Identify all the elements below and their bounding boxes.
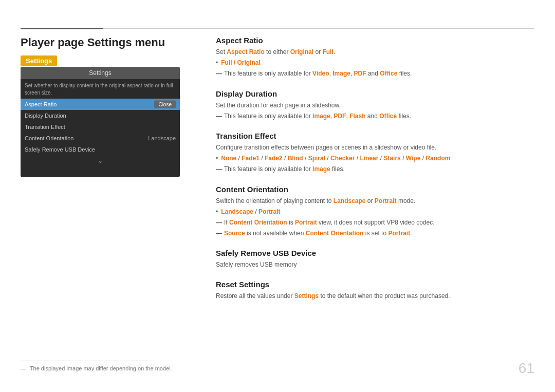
dialog-chevron: ⌄ xyxy=(21,155,180,166)
dialog-menu-item-content-orientation[interactable]: Content Orientation Landscape xyxy=(21,133,180,144)
settings-badge: Settings xyxy=(21,55,57,66)
section-content-orientation: Content Orientation Switch the orientati… xyxy=(216,185,534,239)
section-title-display-duration: Display Duration xyxy=(216,89,534,98)
section-body-aspect-ratio: Set Aspect Ratio to either Original or F… xyxy=(216,47,534,79)
settings-dialog: Settings Set whether to display content … xyxy=(21,67,180,177)
close-button[interactable]: Close xyxy=(154,101,176,108)
section-display-duration: Display Duration Set the duration for ea… xyxy=(216,89,534,121)
menu-item-label: Safely Remove USB Device xyxy=(25,146,95,153)
menu-item-value: Landscape xyxy=(148,135,176,141)
page-number: 61 xyxy=(519,360,534,377)
section-body-transition-effect: Configure transition effects between pag… xyxy=(216,143,534,175)
bullet-orientation-options: • Landscape / Portrait xyxy=(216,207,534,217)
right-panel: Aspect Ratio Set Aspect Ratio to either … xyxy=(216,36,534,312)
bullet-full-original: • Full / Original xyxy=(216,58,534,68)
menu-item-label: Content Orientation xyxy=(25,135,73,141)
section-body-safely-remove-usb: Safely removes USB memory xyxy=(216,260,534,270)
section-title-reset-settings: Reset Settings xyxy=(216,280,534,289)
section-body-reset-settings: Restore all the values under Settings to… xyxy=(216,291,534,301)
bottom-note: — The displayed image may differ dependi… xyxy=(21,365,172,371)
note-content-orientation-2: — Source is not available when Content O… xyxy=(216,229,534,238)
menu-item-label: Display Duration xyxy=(25,113,66,119)
dialog-menu-item-display-duration[interactable]: Display Duration xyxy=(21,110,180,121)
menu-item-label: Aspect Ratio xyxy=(25,101,57,107)
note-display-duration: — This feature is only available for Ima… xyxy=(216,111,534,121)
note-aspect-ratio: — This feature is only available for Vid… xyxy=(216,69,534,79)
note-content-orientation-1: — If Content Orientation is Portrait vie… xyxy=(216,218,534,228)
section-aspect-ratio: Aspect Ratio Set Aspect Ratio to either … xyxy=(216,36,534,79)
dialog-menu-item-transition-effect[interactable]: Transition Effect xyxy=(21,121,180,133)
section-body-content-orientation: Switch the orientation of playing conten… xyxy=(216,196,534,239)
dialog-title-bar: Settings xyxy=(21,67,180,79)
top-line-accent xyxy=(21,28,103,29)
menu-item-label: Transition Effect xyxy=(25,124,65,130)
note-transition-effect: — This feature is only available for Ima… xyxy=(216,164,534,174)
section-title-content-orientation: Content Orientation xyxy=(216,185,534,194)
section-title-aspect-ratio: Aspect Ratio xyxy=(216,36,534,45)
section-transition-effect: Transition Effect Configure transition e… xyxy=(216,132,534,175)
section-title-transition-effect: Transition Effect xyxy=(216,132,534,140)
dialog-menu-item-safely-remove[interactable]: Safely Remove USB Device xyxy=(21,144,180,155)
section-safely-remove-usb: Safely Remove USB Device Safely removes … xyxy=(216,249,534,270)
dialog-menu-item-aspect-ratio[interactable]: Aspect Ratio Close xyxy=(21,99,180,110)
bullet-transition-options: • None / Fade1 / Fade2 / Blind / Spiral … xyxy=(216,154,534,163)
page-title: Player page Settings menu xyxy=(21,36,165,49)
section-reset-settings: Reset Settings Restore all the values un… xyxy=(216,280,534,301)
dialog-description: Set whether to display content in the or… xyxy=(21,79,180,99)
section-title-safely-remove-usb: Safely Remove USB Device xyxy=(216,249,534,257)
section-body-display-duration: Set the duration for each page in a slid… xyxy=(216,101,534,121)
separator-line xyxy=(21,361,154,361)
